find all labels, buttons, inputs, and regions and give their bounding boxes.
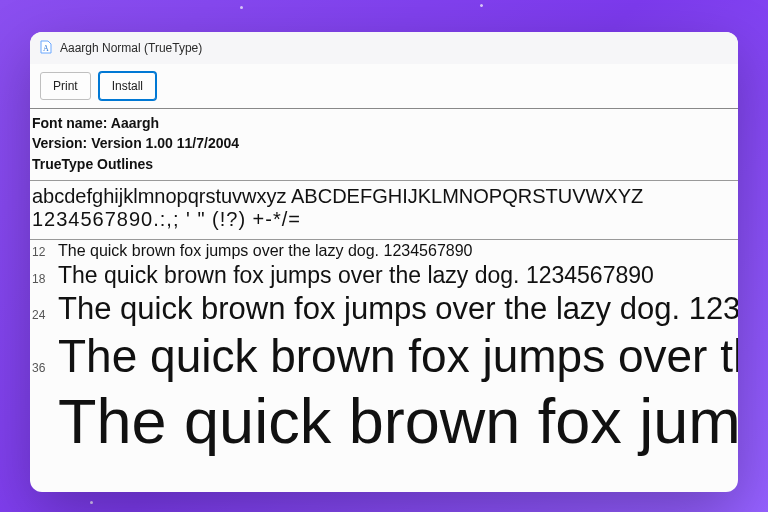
font-file-icon: A (38, 39, 54, 58)
alphabet-symbols: 1234567890.:,; ' " (!?) +-*/= (32, 208, 736, 231)
sample-text: The quick brown fox jumps over the lazy … (58, 262, 738, 289)
sample-size-label: 18 (32, 269, 58, 285)
sample-text: The quick brown fox jumps over the lazy … (58, 242, 738, 260)
toolbar: Print Install (30, 64, 738, 109)
sample-row: 24The quick brown fox jumps over the laz… (32, 291, 738, 327)
alphabet-letters: abcdefghijklmnopqrstuvwxyz ABCDEFGHIJKLM… (32, 185, 736, 208)
svg-text:A: A (43, 44, 49, 53)
font-name-line: Font name: Aaargh (32, 113, 736, 133)
sample-text: The quick brown fox jumps over the lazy … (58, 385, 738, 457)
sample-size-label (32, 439, 58, 443)
sample-size-label: 12 (32, 242, 58, 258)
window-titlebar: A Aaargh Normal (TrueType) (30, 32, 738, 64)
font-metadata: Font name: Aaargh Version: Version 1.00 … (30, 109, 738, 181)
size-samples: 12The quick brown fox jumps over the laz… (30, 240, 738, 492)
window-title: Aaargh Normal (TrueType) (60, 41, 202, 55)
font-version-line: Version: Version 1.00 11/7/2004 (32, 133, 736, 153)
sample-row: 18The quick brown fox jumps over the laz… (32, 262, 738, 289)
sample-text: The quick brown fox jumps over the lazy … (58, 329, 738, 383)
font-preview-window: A Aaargh Normal (TrueType) Print Install… (30, 32, 738, 492)
install-button[interactable]: Install (99, 72, 156, 100)
print-button[interactable]: Print (40, 72, 91, 100)
sample-size-label: 36 (32, 358, 58, 374)
font-outlines-line: TrueType Outlines (32, 154, 736, 174)
sample-text: The quick brown fox jumps over the lazy … (58, 291, 738, 327)
sample-row: The quick brown fox jumps over the lazy … (32, 385, 738, 457)
sample-size-label: 24 (32, 305, 58, 321)
character-sample: abcdefghijklmnopqrstuvwxyz ABCDEFGHIJKLM… (30, 181, 738, 240)
sample-row: 12The quick brown fox jumps over the laz… (32, 242, 738, 260)
sample-row: 36The quick brown fox jumps over the laz… (32, 329, 738, 383)
